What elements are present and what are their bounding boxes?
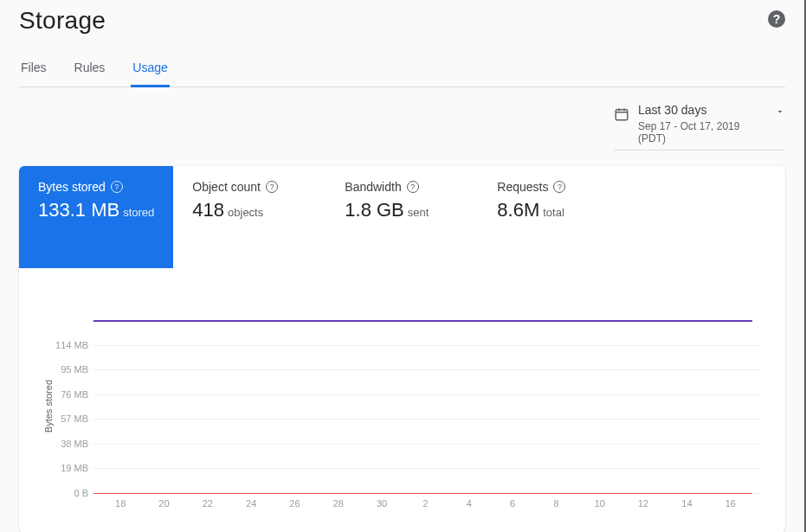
series-line (93, 493, 752, 494)
x-tick: 12 (622, 498, 665, 509)
metrics-row: Bytes stored ? 133.1 MBstored Object cou… (19, 166, 785, 268)
y-tick: 57 MB (61, 413, 88, 424)
metric-value: 8.6M (497, 199, 539, 221)
help-circle-icon[interactable]: ? (407, 181, 419, 193)
chart-x-axis: 18202224262830246810121416 (99, 498, 752, 509)
metric-label: Requests (497, 180, 548, 194)
x-tick: 24 (229, 498, 273, 509)
grid-line (93, 369, 761, 370)
chart-y-ticks: 114 MB95 MB76 MB57 MB38 MB19 MB0 B (54, 320, 93, 493)
x-tick: 2 (403, 498, 447, 509)
metric-label: Bytes stored (38, 180, 106, 194)
date-range-sub: Sep 17 - Oct 17, 2019 (PDT) (638, 120, 766, 144)
help-circle-icon[interactable]: ? (266, 181, 278, 193)
date-range-label: Last 30 days (638, 103, 766, 117)
metric-value: 418 (192, 199, 224, 221)
metric-requests[interactable]: Requests ? 8.6Mtotal (478, 166, 630, 268)
tab-files[interactable]: Files (19, 61, 48, 87)
help-icon[interactable]: ? (768, 10, 785, 28)
tabs: Files Rules Usage (19, 61, 785, 87)
chart-plot-area (93, 320, 761, 493)
metric-label: Object count (192, 180, 261, 194)
metric-object-count[interactable]: Object count ? 418objects (173, 166, 326, 268)
y-tick: 0 B (74, 488, 88, 498)
chart-y-axis-label: Bytes stored (43, 380, 54, 433)
grid-line (93, 468, 761, 469)
x-tick: 30 (360, 498, 403, 509)
x-tick: 8 (534, 498, 577, 509)
chevron-down-icon (775, 106, 785, 117)
metric-suffix: sent (408, 206, 429, 219)
date-range-picker[interactable]: Last 30 days Sep 17 - Oct 17, 2019 (PDT) (614, 99, 785, 151)
x-tick: 16 (709, 498, 752, 509)
usage-card: Bytes stored ? 133.1 MBstored Object cou… (19, 166, 785, 532)
metric-value: 1.8 GB (345, 199, 403, 221)
metric-bytes-stored[interactable]: Bytes stored ? 133.1 MBstored (19, 166, 173, 268)
x-tick: 22 (186, 498, 229, 509)
metric-label: Bandwidth (345, 180, 401, 194)
metric-value: 133.1 MB (38, 199, 119, 221)
calendar-icon (614, 106, 629, 122)
metric-suffix: stored (123, 206, 154, 219)
tab-usage[interactable]: Usage (131, 61, 169, 87)
svg-rect-0 (616, 110, 628, 120)
x-tick: 26 (273, 498, 316, 509)
x-tick: 20 (142, 498, 185, 509)
metric-bandwidth[interactable]: Bandwidth ? 1.8 GBsent (326, 166, 478, 268)
y-tick: 114 MB (55, 340, 88, 350)
help-circle-icon[interactable]: ? (111, 181, 123, 193)
grid-line (93, 444, 761, 445)
series-line (93, 320, 752, 322)
grid-line (93, 419, 761, 420)
tab-rules[interactable]: Rules (73, 61, 107, 87)
grid-line (93, 345, 761, 346)
y-tick: 95 MB (61, 364, 88, 375)
y-tick: 38 MB (61, 439, 88, 449)
metric-suffix: total (543, 206, 564, 219)
grid-line (93, 394, 761, 395)
x-tick: 28 (317, 498, 360, 509)
x-tick: 14 (665, 498, 708, 509)
x-tick: 4 (448, 498, 491, 509)
x-tick: 10 (578, 498, 622, 509)
x-tick: 18 (99, 498, 142, 509)
chart: Bytes stored 114 MB95 MB76 MB57 MB38 MB1… (19, 268, 785, 532)
x-tick: 6 (491, 498, 534, 509)
y-tick: 19 MB (61, 463, 88, 473)
metric-suffix: objects (228, 206, 263, 219)
y-tick: 76 MB (61, 389, 88, 400)
page-title: Storage (19, 7, 106, 35)
help-circle-icon[interactable]: ? (553, 181, 565, 193)
